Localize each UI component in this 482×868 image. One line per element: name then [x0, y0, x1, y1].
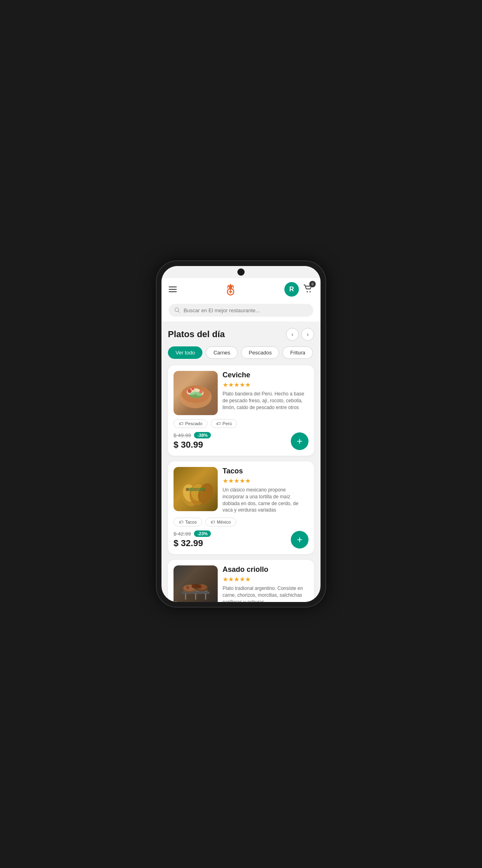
dish-tags-ceviche: 🏷 Pescado 🏷 Perú	[174, 419, 308, 428]
top-right-actions: R 0	[284, 282, 313, 297]
tag-label-mexico: México	[217, 520, 231, 524]
dish-top-tacos: Tacos ★★★★★ Un clásico mexicano propone …	[174, 467, 308, 514]
tag-icon-pescado: 🏷	[179, 421, 183, 426]
dish-stars-ceviche: ★★★★★	[223, 381, 308, 389]
dish-desc-tacos: Un clásico mexicano propone incorporar a…	[223, 487, 308, 514]
dish-card-tacos: Tacos ★★★★★ Un clásico mexicano propone …	[168, 461, 314, 554]
nav-buttons: ‹ ›	[286, 328, 314, 341]
search-input[interactable]	[184, 307, 308, 313]
menu-button[interactable]	[169, 287, 177, 292]
tag-pescado: 🏷 Pescado	[174, 419, 208, 428]
content-area: Platos del día ‹ › Ver todo Carnes Pesca…	[161, 321, 321, 602]
svg-point-15	[190, 392, 202, 398]
discount-badge-tacos: -23%	[194, 530, 211, 537]
section-header: Platos del día ‹ ›	[168, 328, 314, 341]
dish-card-asado: Asado criollo ★★★★★ Plato tradional arge…	[168, 560, 314, 602]
svg-point-36	[192, 584, 194, 587]
original-price-tacos: $ 42.99	[174, 531, 191, 537]
prev-button[interactable]: ‹	[286, 328, 299, 341]
dish-image-asado	[174, 565, 218, 602]
filter-row: Ver todo Carnes Pescados Fritura	[168, 346, 314, 359]
tag-icon-mexico: 🏷	[210, 520, 215, 524]
dish-name-tacos: Tacos	[223, 467, 308, 475]
search-icon	[174, 307, 180, 313]
svg-point-35	[198, 585, 202, 589]
dish-desc-ceviche: Plato bandera del Perú. Hecho a base de …	[223, 391, 308, 411]
dish-image-ceviche	[174, 371, 218, 415]
tag-mexico: 🏷 México	[205, 518, 236, 526]
discount-badge-ceviche: -38%	[194, 432, 211, 438]
cart-button[interactable]: 0	[303, 283, 313, 295]
dish-tags-tacos: 🏷 Tacos 🏷 México	[174, 518, 308, 526]
phone-screen: R 0	[161, 266, 321, 602]
flame-logo-icon	[222, 280, 239, 298]
svg-point-16	[192, 388, 194, 390]
price-info-tacos: $ 42.99 -23% $ 32.99	[174, 530, 211, 549]
svg-point-25	[194, 488, 197, 491]
search-section	[161, 301, 321, 321]
tag-label-peru: Perú	[223, 421, 232, 426]
cart-count-badge: 0	[309, 281, 316, 287]
filter-pescados[interactable]: Pescados	[241, 346, 279, 359]
dish-desc-asado: Plato tradional argentino. Consiste en c…	[223, 585, 308, 602]
price-row-tacos: $ 42.99 -23% $ 32.99 +	[174, 530, 308, 549]
notch-bar	[161, 266, 321, 278]
tag-icon-peru: 🏷	[216, 421, 221, 426]
tag-peru: 🏷 Perú	[211, 419, 237, 428]
dish-info-ceviche: Ceviche ★★★★★ Plato bandera del Perú. He…	[223, 371, 308, 415]
svg-point-24	[186, 488, 189, 491]
svg-point-34	[186, 586, 189, 589]
price-row-ceviche: $ 49.99 -38% $ 30.99 +	[174, 432, 308, 450]
add-button-ceviche[interactable]: +	[291, 432, 308, 450]
current-price-ceviche: $ 30.99	[174, 440, 211, 450]
tag-tacos: 🏷 Tacos	[174, 518, 202, 526]
svg-line-7	[178, 311, 180, 312]
next-button[interactable]: ›	[301, 328, 314, 341]
tag-icon-tacos: 🏷	[179, 520, 183, 524]
original-price-ceviche: $ 49.99	[174, 432, 191, 438]
phone-frame: R 0	[157, 261, 325, 607]
user-avatar[interactable]: R	[284, 282, 299, 297]
tag-label-pescado: Pescado	[185, 421, 202, 426]
current-price-tacos: $ 32.99	[174, 538, 211, 549]
dish-stars-asado: ★★★★★	[223, 575, 308, 583]
svg-point-4	[307, 291, 308, 293]
dish-card-ceviche: Ceviche ★★★★★ Plato bandera del Perú. He…	[168, 365, 314, 456]
dish-image-tacos	[174, 467, 218, 511]
svg-point-17	[195, 389, 200, 391]
filter-ver-todo[interactable]: Ver todo	[168, 346, 202, 359]
price-info-ceviche: $ 49.99 -38% $ 30.99	[174, 432, 211, 450]
dish-stars-tacos: ★★★★★	[223, 477, 308, 485]
camera-notch	[237, 268, 245, 276]
svg-point-26	[203, 489, 205, 491]
dish-top-asado: Asado criollo ★★★★★ Plato tradional arge…	[174, 565, 308, 602]
price-top-ceviche: $ 49.99 -38%	[174, 432, 211, 438]
section-title: Platos del día	[168, 329, 225, 340]
svg-point-13	[188, 389, 192, 393]
svg-point-5	[310, 291, 311, 293]
dish-info-asado: Asado criollo ★★★★★ Plato tradional arge…	[223, 565, 308, 602]
filter-carnes[interactable]: Carnes	[206, 346, 238, 359]
dish-name-asado: Asado criollo	[223, 565, 308, 574]
tacos-illustration	[178, 471, 214, 507]
add-button-tacos[interactable]: +	[291, 531, 308, 549]
logo	[222, 280, 239, 298]
dish-top-ceviche: Ceviche ★★★★★ Plato bandera del Perú. He…	[174, 371, 308, 415]
ceviche-illustration	[178, 375, 214, 411]
price-top-tacos: $ 42.99 -23%	[174, 530, 211, 537]
dish-name-ceviche: Ceviche	[223, 371, 308, 379]
tag-label-tacos: Tacos	[185, 520, 197, 524]
dish-info-tacos: Tacos ★★★★★ Un clásico mexicano propone …	[223, 467, 308, 514]
top-bar: R 0	[161, 278, 321, 301]
filter-fritura[interactable]: Fritura	[282, 346, 313, 359]
asado-illustration	[178, 569, 214, 602]
search-input-wrap[interactable]	[169, 304, 313, 317]
